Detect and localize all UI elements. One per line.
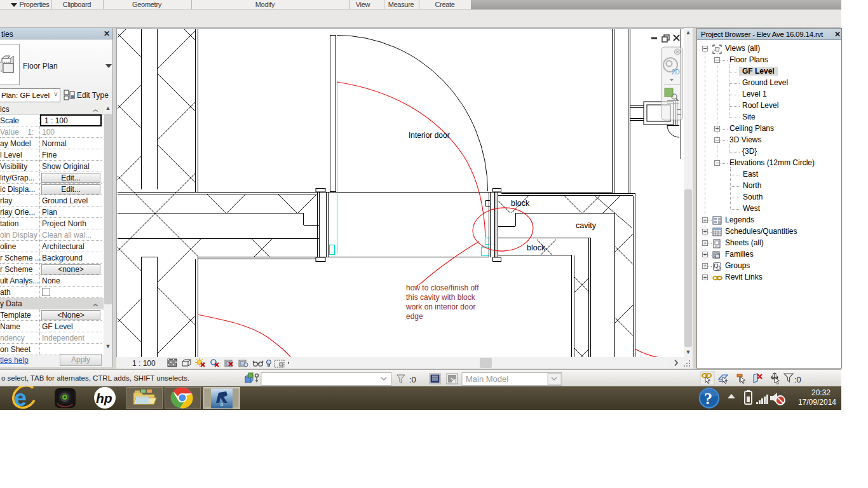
svg-text::0: :0: [794, 375, 801, 384]
svg-text:work on interior door: work on interior door: [405, 302, 475, 311]
svg-text:hp: hp: [96, 391, 112, 405]
svg-text:R: R: [220, 403, 224, 407]
svg-text:Main Model: Main Model: [466, 374, 508, 384]
svg-text:cavity: cavity: [576, 221, 597, 230]
svg-text:2D: 2D: [672, 69, 680, 76]
svg-text:Interior door: Interior door: [409, 131, 450, 140]
svg-text:this cavity with block: this cavity with block: [406, 293, 476, 302]
svg-text:?: ?: [704, 390, 712, 408]
svg-text::0: :0: [409, 375, 416, 384]
svg-text:how to close/finish off: how to close/finish off: [406, 283, 479, 292]
svg-text:block: block: [527, 243, 546, 252]
svg-text:edge: edge: [406, 312, 423, 321]
svg-text:block: block: [511, 199, 530, 208]
